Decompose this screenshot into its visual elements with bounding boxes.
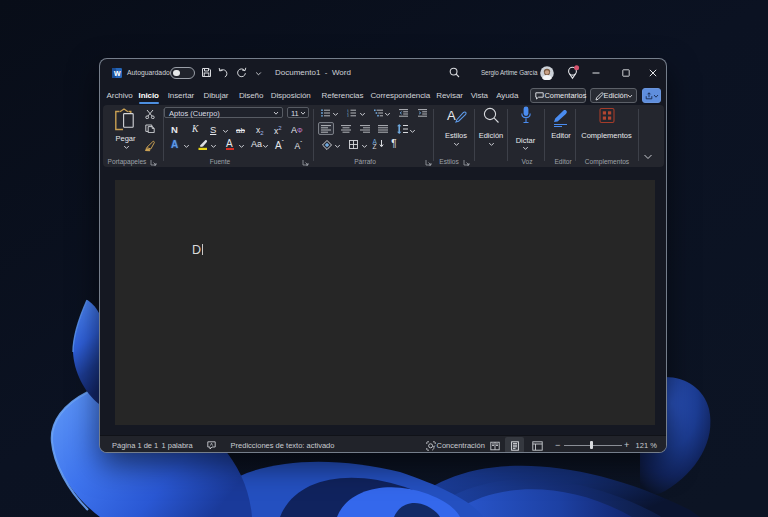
svg-text:3: 3 bbox=[347, 114, 349, 117]
svg-text:w: w bbox=[113, 68, 121, 78]
